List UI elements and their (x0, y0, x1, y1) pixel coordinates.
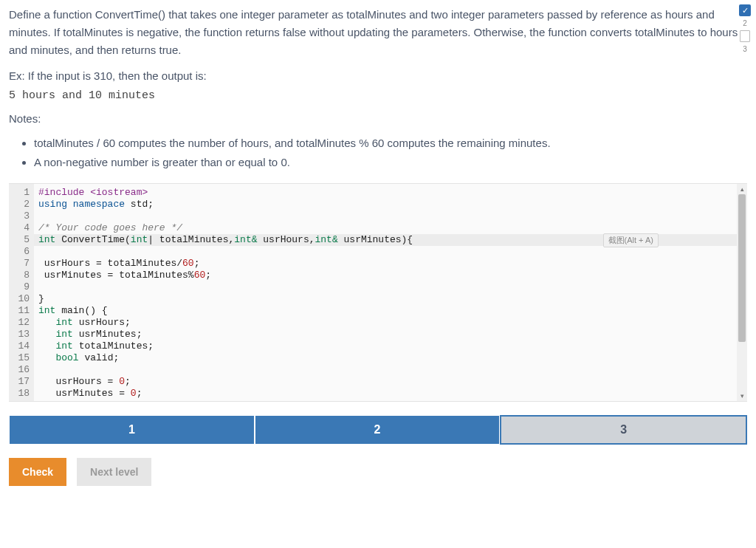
line-number: 9 (9, 281, 34, 293)
code-line[interactable]: /* Your code goes here */ (38, 222, 732, 234)
check-button[interactable]: Check (9, 458, 66, 486)
code-line[interactable]: using namespace std; (38, 199, 732, 210)
code-line[interactable]: int totalMinutes; (38, 340, 732, 352)
code-editor[interactable]: 123456789101112131415161718 #include <io… (9, 183, 747, 402)
scroll-down-icon[interactable]: ▾ (737, 391, 747, 401)
action-row: Check Next level (9, 458, 747, 486)
scrollbar[interactable]: ▴ ▾ (737, 184, 747, 401)
code-line[interactable] (38, 281, 732, 293)
code-line[interactable]: usrHours = 0; (38, 376, 732, 388)
code-line[interactable]: int usrHours; (38, 317, 732, 329)
step-tab-1[interactable]: 1 (9, 415, 255, 445)
line-number: 5 (9, 234, 34, 246)
line-number: 18 (9, 388, 34, 400)
code-line[interactable]: int usrMinutes; (38, 329, 732, 340)
code-line[interactable]: } (38, 293, 732, 305)
code-line[interactable]: usrMinutes = 0; (38, 388, 732, 400)
line-number-gutter: 123456789101112131415161718 (9, 184, 34, 401)
line-number: 15 (9, 352, 34, 364)
note-item: totalMinutes / 60 computes the number of… (34, 134, 747, 153)
side-number-bottom: 3 (743, 45, 747, 53)
scroll-thumb[interactable] (738, 194, 746, 342)
next-level-button: Next level (77, 458, 151, 486)
problem-description: Define a function ConvertTime() that tak… (9, 6, 747, 59)
code-line[interactable] (38, 210, 732, 222)
code-line[interactable]: int main() { (38, 305, 732, 317)
code-line[interactable]: usrHours = totalMinutes/60; (38, 258, 732, 270)
status-check-icon: ✓ (739, 4, 751, 16)
side-number-top: 2 (743, 19, 747, 27)
line-number: 2 (9, 199, 34, 210)
scroll-up-icon[interactable]: ▴ (737, 184, 747, 194)
step-tab-3[interactable]: 3 (500, 415, 747, 445)
line-number: 11 (9, 305, 34, 317)
line-number: 6 (9, 246, 34, 258)
line-number: 10 (9, 293, 34, 305)
side-rail: ✓ 2 3 (738, 4, 752, 53)
code-line[interactable] (38, 364, 732, 376)
line-number: 4 (9, 222, 34, 234)
line-number: 16 (9, 364, 34, 376)
example-output: 5 hours and 10 minutes (9, 89, 747, 102)
line-number: 3 (9, 210, 34, 222)
example-label: Ex: If the input is 310, then the output… (9, 69, 747, 82)
code-line[interactable]: bool valid; (38, 352, 732, 364)
note-item: A non-negative number is greater than or… (34, 153, 747, 172)
notes-list: totalMinutes / 60 computes the number of… (34, 134, 747, 171)
code-line[interactable] (38, 246, 732, 258)
line-number: 8 (9, 270, 34, 281)
notes-label: Notes: (9, 112, 747, 125)
step-tab-2[interactable]: 2 (255, 415, 501, 445)
line-number: 17 (9, 376, 34, 388)
line-number: 12 (9, 317, 34, 329)
line-number: 1 (9, 187, 34, 199)
line-number: 13 (9, 329, 34, 340)
code-line[interactable]: #include <iostream> (38, 187, 732, 199)
line-number: 14 (9, 340, 34, 352)
screenshot-hint-badge: 截图(Alt + A) (603, 233, 659, 247)
code-content[interactable]: #include <iostream>using namespace std;/… (34, 184, 737, 401)
side-box-icon[interactable] (740, 30, 750, 42)
step-tabs: 123 (9, 415, 747, 445)
line-number: 7 (9, 258, 34, 270)
code-line[interactable]: usrMinutes = totalMinutes%60; (38, 270, 732, 281)
